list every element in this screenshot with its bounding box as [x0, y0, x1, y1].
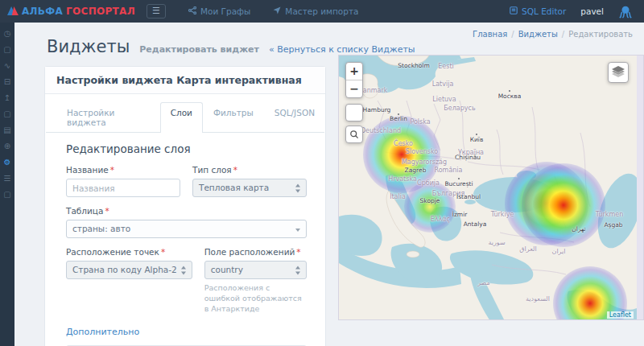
additional-link[interactable]: Дополнительно: [66, 327, 139, 337]
section-title: Редактирование слоя: [66, 142, 307, 155]
map-label: Chișinău: [455, 154, 481, 161]
stepper-icon: [295, 266, 301, 274]
layer-type-select[interactable]: Тепловая карта: [192, 179, 307, 197]
menu-toggle-button[interactable]: ☰: [147, 4, 166, 19]
octopus-avatar-icon[interactable]: [618, 4, 633, 19]
required-mark: *: [233, 165, 237, 175]
tab-layers[interactable]: Слои: [160, 102, 203, 133]
map-label: Slovensko: [406, 148, 438, 155]
nav-sql-editor-label: SQL Editor: [522, 6, 566, 16]
map-labels: StockholmEestiLatvijaLietuvaМоскваБелару…: [339, 56, 637, 320]
nav-my-graphs-label: Мои Графы: [200, 6, 250, 16]
map-label: България: [432, 190, 464, 197]
breadcrumb-item[interactable]: Виджеты: [518, 30, 558, 39]
app-logo[interactable]: АЛЬФА ГОСПОРТАЛ: [6, 4, 135, 19]
map-label: İzmir: [452, 211, 468, 218]
required-mark: *: [105, 206, 109, 216]
main-content: Главная/Виджеты/Редактировать Виджеты Ре…: [14, 23, 644, 346]
nav-import-master-label: Мастер импорта: [285, 6, 358, 16]
stepper-icon: [181, 266, 187, 274]
nav-sql-editor[interactable]: SQL Editor: [510, 6, 566, 16]
map-label: Київ: [470, 136, 484, 143]
interactive-map[interactable]: StockholmEestiLatvijaLietuvaМоскваБелару…: [338, 55, 644, 320]
field-name: Название*: [66, 165, 180, 197]
sidebar-list-icon[interactable]: ☰: [4, 174, 11, 183]
sidebar: ◷▢∿⊟↥▢▤⊕⚙☰▢: [0, 23, 14, 346]
tab-bar: Настройки виджетаСлоиФильтрыSQL/JSON: [45, 94, 325, 132]
map-label: România: [435, 167, 463, 174]
logo-triangle-icon: [6, 4, 19, 19]
layers-icon: [612, 65, 625, 80]
breadcrumb-item[interactable]: Главная: [473, 30, 507, 39]
required-mark: *: [110, 165, 114, 175]
map-label: Antalya: [464, 220, 487, 228]
location-helper-text: Расположения с ошибкой отображаются в Ан…: [204, 283, 307, 314]
map-label: ايران: [552, 248, 566, 255]
name-input[interactable]: [66, 179, 180, 197]
card-heading: Настройки виджета Карта интерактивная: [45, 67, 325, 94]
tab-sql-json[interactable]: SQL/JSON: [264, 102, 325, 133]
zoom-in-button[interactable]: +: [346, 63, 362, 80]
map-label: Србија: [417, 179, 440, 187]
map-label: Polska: [410, 118, 430, 126]
caret-down-icon: [295, 229, 300, 232]
logo-text-gosportal: ГОСПОРТАЛ: [66, 6, 135, 17]
field-location-field: Поле расположений* country Расположения …: [204, 247, 307, 314]
sidebar-pages-icon[interactable]: ▢: [3, 45, 10, 55]
table-label: Таблица*: [66, 206, 307, 216]
map-label: مصر: [477, 279, 490, 286]
field-layer-type: Тип слоя* Тепловая карта: [192, 165, 307, 197]
map-label: Skopje: [420, 197, 440, 204]
nav-import-master[interactable]: Мастер импорта: [273, 6, 358, 16]
map-attribution-link[interactable]: Leaflet: [607, 311, 634, 319]
map-label: العراق: [519, 245, 536, 253]
sidebar-dashboard-icon[interactable]: ◷: [4, 29, 11, 39]
sidebar-cluster-icon[interactable]: ⊕: [4, 142, 10, 151]
map-label: Italia: [390, 193, 406, 200]
stepper-icon: [295, 183, 301, 192]
map-label: Hamburg: [363, 106, 391, 113]
map-label: Stockholm: [398, 62, 430, 69]
back-to-widgets-link[interactable]: « Вернуться к списку Виджеты: [269, 44, 415, 55]
map-label: Deutschland: [361, 127, 401, 134]
map-label: Москва: [498, 93, 522, 100]
map-fullscreen-button[interactable]: [345, 104, 363, 122]
map-search-button[interactable]: [345, 126, 363, 143]
sidebar-widgets-icon[interactable]: ⚙: [4, 158, 11, 167]
tab-filters[interactable]: Фильтры: [203, 102, 264, 133]
map-label: سورية: [488, 239, 505, 246]
location-field-select[interactable]: country: [204, 261, 307, 279]
map-label: Eesti: [438, 63, 454, 70]
layer-edit-panel: Редактирование слоя Название* Тип слоя* …: [46, 132, 324, 346]
tab-widget-settings[interactable]: Настройки виджета: [56, 102, 160, 133]
breadcrumb-item: Редактировать: [568, 30, 633, 39]
name-label: Название*: [66, 165, 180, 175]
page-title: Виджеты: [47, 37, 130, 56]
top-navbar: АЛЬФА ГОСПОРТАЛ ☰ Мои Графы Мастер импор…: [0, 0, 644, 23]
map-layers-button[interactable]: [608, 62, 629, 83]
widget-settings-card: Настройки виджета Карта интерактивная На…: [44, 66, 326, 346]
map-label: Україна: [458, 149, 484, 156]
map-label: Česko: [394, 140, 413, 147]
layer-type-label: Тип слоя*: [192, 165, 307, 175]
required-mark: *: [161, 247, 165, 257]
breadcrumb-separator: /: [511, 30, 514, 39]
sidebar-documents-icon[interactable]: ▢: [3, 109, 10, 119]
map-label: Ελλάς: [431, 216, 451, 223]
nav-my-graphs[interactable]: Мои Графы: [188, 6, 250, 16]
table-select[interactable]: страны: авто: [66, 220, 307, 238]
field-table: Таблица* страны: авто: [66, 206, 307, 238]
sidebar-import-icon[interactable]: ↥: [4, 93, 10, 103]
username-label[interactable]: pavel: [580, 6, 604, 16]
map-label: Zagreb: [405, 167, 427, 174]
map-label: Latvija: [432, 80, 454, 88]
zoom-out-button[interactable]: −: [346, 80, 362, 97]
page-subtitle: Редактировать виджет: [139, 44, 259, 55]
sidebar-reports-icon[interactable]: ▤: [3, 126, 10, 135]
paper-plane-icon: [273, 6, 281, 16]
sidebar-files-icon[interactable]: ▢: [3, 190, 10, 200]
sidebar-database-icon[interactable]: ⊟: [4, 77, 10, 87]
points-location-select[interactable]: Страна по коду Alpha-2: [66, 261, 192, 279]
sidebar-graphs-icon[interactable]: ∿: [4, 61, 10, 71]
breadcrumb: Главная/Виджеты/Редактировать: [473, 30, 633, 39]
